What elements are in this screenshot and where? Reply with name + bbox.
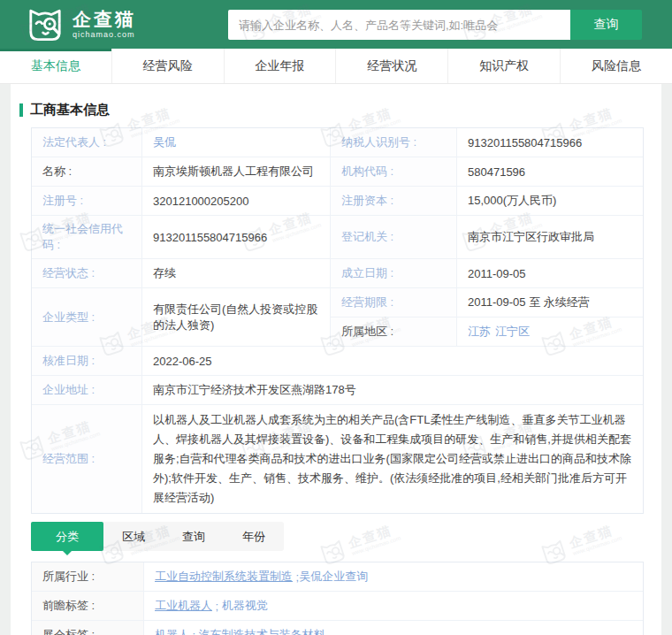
region-province-link[interactable]: 江苏 <box>468 324 491 340</box>
tag-tab-year[interactable]: 年份 <box>224 522 284 551</box>
main-nav: 基本信息 经营风险 企业年报 经营状况 知识产权 风险信息 <box>0 49 672 84</box>
field-value-region: 江苏 江宁区 <box>457 318 643 347</box>
logo-text: 企查猫 qichamao.com <box>73 10 136 39</box>
exhibition-tag-link[interactable]: 机器人 <box>155 627 189 635</box>
field-label-taxpayer-id: 纳税人识别号 : <box>331 128 457 157</box>
foresight-tag-link[interactable]: 机器视觉 <box>222 598 268 614</box>
tab-annual-report[interactable]: 企业年报 <box>225 49 337 83</box>
tab-risk-info[interactable]: 风险信息 <box>561 49 672 83</box>
field-value-address: 南京市江宁经济技术开发区燕湖路178号 <box>142 376 643 405</box>
field-value-legal-rep: 吴侃 <box>142 128 331 157</box>
field-label-reg-authority: 登记机关 : <box>331 216 457 259</box>
field-value-status: 存续 <box>142 259 331 288</box>
tag-separator: ; <box>212 600 222 613</box>
region-district-link[interactable]: 江宁区 <box>495 324 530 340</box>
field-label-reg-capital: 注册资本 : <box>331 187 457 216</box>
field-value-reg-authority: 南京市江宁区行政审批局 <box>457 216 643 259</box>
field-value-taxpayer-id: 913201155804715966 <box>457 128 643 157</box>
tag-label-exhibition: 展会标签 : <box>32 621 144 635</box>
section-title-bar <box>19 103 23 117</box>
industry-link[interactable]: 工业自动控制系统装置制造 <box>155 569 293 585</box>
tags-table: 所属行业 : 工业自动控制系统装置制造 ; 吴侃企业查询 前瞻标签 : 工业机器… <box>31 562 644 635</box>
cat-magnifier-icon <box>25 7 65 42</box>
field-label-region: 所属地区 : <box>331 318 457 347</box>
exhibition-tag-link[interactable]: 汽车制造技术与装备材料 <box>199 627 325 635</box>
tag-separator: ; <box>189 629 199 635</box>
search-input[interactable] <box>228 10 570 40</box>
field-label-founded-date: 成立日期 : <box>331 259 457 288</box>
field-label-company-type: 企业类型 : <box>32 288 142 347</box>
content-card: 工商基本信息 法定代表人 : 吴侃 纳税人识别号 : 9132011558047… <box>11 84 661 635</box>
field-value-business-scope: 以机器人及工业机器人成套系统为主的相关产品(含FTL柔性生产线制造、垂直多关节工… <box>142 405 643 513</box>
tab-operating-status[interactable]: 经营状况 <box>336 49 448 83</box>
field-value-credit-code: 913201155804715966 <box>142 216 331 259</box>
field-value-reg-number: 320121000205200 <box>142 187 331 216</box>
field-label-approval-date: 核准日期 : <box>32 347 142 376</box>
tab-basic-info[interactable]: 基本信息 <box>0 49 112 83</box>
search-button[interactable]: 查询 <box>570 10 642 40</box>
tag-separator: ; <box>293 570 299 584</box>
tag-value-industry: 工业自动控制系统装置制造 ; 吴侃企业查询 <box>144 562 643 592</box>
tag-label-industry: 所属行业 : <box>32 562 144 592</box>
field-value-approval-date: 2022-06-25 <box>142 347 643 376</box>
founder-query-link[interactable]: 吴侃企业查询 <box>299 569 368 585</box>
field-label-address: 企业地址 : <box>32 376 142 405</box>
business-info-table: 法定代表人 : 吴侃 纳税人识别号 : 913201155804715966 名… <box>31 127 644 514</box>
field-label-org-code: 机构代码 : <box>331 157 457 187</box>
field-value-company-type: 有限责任公司(自然人投资或控股的法人独资) <box>142 288 331 347</box>
field-value-operating-term: 2011-09-05 至 永续经营 <box>457 288 643 318</box>
field-label-status: 经营状态 : <box>32 259 142 288</box>
page-title: 工商基本信息 <box>30 102 110 119</box>
tag-label-foresight: 前瞻标签 : <box>32 592 144 621</box>
tag-value-foresight: 工业机器人 ; 机器视觉 <box>144 592 643 621</box>
tag-tab-category[interactable]: 分类 <box>31 522 103 551</box>
top-header: 企查猫 qichamao.com 查询 <box>0 0 672 49</box>
tab-operating-risk[interactable]: 经营风险 <box>112 49 225 83</box>
brand-name: 企查猫 <box>73 10 136 28</box>
field-label-operating-term: 经营期限 : <box>331 288 457 318</box>
tag-tab-query[interactable]: 查询 <box>164 522 224 551</box>
qichamao-logo[interactable]: 企查猫 qichamao.com <box>25 7 136 42</box>
tag-value-exhibition: 机器人 ; 汽车制造技术与装备材料 <box>144 621 643 635</box>
tag-filter-tabs: 分类 区域 查询 年份 <box>31 522 284 551</box>
field-value-reg-capital: 15,000(万人民币) <box>457 187 643 216</box>
field-label-company-name: 名称 : <box>32 157 142 187</box>
tag-tab-region[interactable]: 区域 <box>103 522 164 551</box>
field-label-business-scope: 经营范围 : <box>32 405 142 513</box>
tab-intellectual-property[interactable]: 知识产权 <box>448 49 561 83</box>
field-label-reg-number: 注册号 : <box>32 187 142 216</box>
section-title-row: 工商基本信息 <box>19 102 661 119</box>
field-value-org-code: 580471596 <box>457 157 643 187</box>
field-value-founded-date: 2011-09-05 <box>457 259 643 288</box>
field-label-legal-rep: 法定代表人 : <box>32 128 142 157</box>
search-bar: 查询 <box>228 10 642 40</box>
page-body: 工商基本信息 法定代表人 : 吴侃 纳税人识别号 : 9132011558047… <box>0 84 672 635</box>
field-label-credit-code: 统一社会信用代码 : <box>32 216 142 259</box>
field-value-company-name: 南京埃斯顿机器人工程有限公司 <box>142 157 331 187</box>
foresight-tag-link[interactable]: 工业机器人 <box>155 598 212 614</box>
legal-rep-link[interactable]: 吴侃 <box>153 134 176 150</box>
brand-site: qichamao.com <box>73 31 136 39</box>
